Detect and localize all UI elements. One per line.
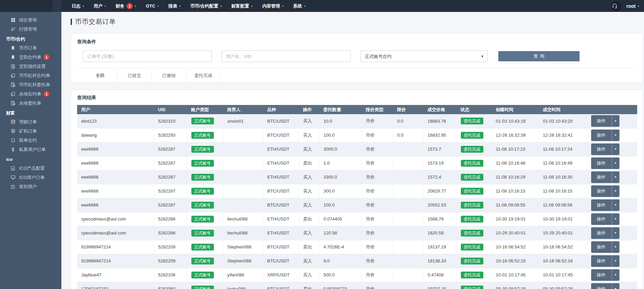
action-dropdown-button[interactable]: ▼: [612, 255, 619, 267]
username-uid-input[interactable]: [222, 50, 351, 62]
created-cell: 10-16 06:54:52: [492, 240, 539, 254]
dealt-cell: 10-16 06:52:16: [539, 254, 587, 268]
sidebar-item-ico-user-orders[interactable]: ICO用户订单: [0, 173, 61, 182]
nav-item-content-manage[interactable]: 内容管理▾: [258, 0, 289, 12]
grid-icon: [10, 17, 16, 23]
action-dropdown-button[interactable]: ▼: [612, 171, 619, 183]
sidebar-item-label: 币币订单: [19, 45, 37, 51]
sidebar-item-label: ICO产品配置: [19, 165, 45, 171]
nav-item-system[interactable]: 系统▾: [288, 0, 310, 12]
order-number-input[interactable]: [83, 50, 212, 62]
pair-cell: ETH/USDT: [263, 142, 299, 156]
action-dropdown-button[interactable]: ▼: [612, 185, 619, 197]
nav-item-otc[interactable]: OTC▾: [141, 0, 164, 12]
action-button[interactable]: 操作: [591, 130, 612, 141]
action-button[interactable]: 操作: [591, 227, 612, 239]
column-header-3: 推荐人: [223, 105, 263, 114]
sidebar-item-margin-entrust-orders[interactable]: 币币杠杆委托单: [0, 80, 61, 89]
action-split-button: 操作▼: [591, 213, 619, 225]
account-type-cell: 正式账号: [187, 142, 223, 156]
column-header-9: 成交价格: [423, 105, 456, 114]
sidebar-item-miner-orders[interactable]: 矿机订单: [0, 126, 61, 136]
status-cell: 委托完成: [456, 156, 492, 170]
sidebar-item-ico-product-config[interactable]: ICO产品配置: [0, 164, 61, 173]
copy-icon: [10, 91, 16, 97]
sidebar-item-coin-orders[interactable]: 币币订单: [0, 43, 61, 52]
action-button[interactable]: 操作: [591, 171, 612, 183]
navbar-menu: 日志▾用户▾财务1▾OTC▾报表▾币币/合约配置▾财富配置▾内容管理▾系统▾: [67, 0, 310, 12]
action-dropdown-button[interactable]: ▼: [612, 130, 619, 141]
action-dropdown-button[interactable]: ▼: [612, 283, 619, 289]
column-header-12: 成交时间: [539, 105, 587, 114]
referrer-cell: laohu088: [223, 282, 263, 289]
sidebar-item-label: 理财订单: [19, 119, 37, 125]
tab-completed[interactable]: 委托完成: [186, 69, 221, 82]
nav-item-reports[interactable]: 报表▾: [164, 0, 186, 12]
limit-price-cell: [393, 240, 423, 254]
navbar-right: root ▾: [611, 0, 644, 12]
nav-item-users[interactable]: 用户▾: [89, 0, 111, 12]
referrer-cell: [223, 184, 263, 198]
referrer-cell: yifan088: [223, 268, 263, 282]
nav-item-label: 报表: [169, 3, 177, 9]
sidebar-item-checkin-users[interactable]: 签到用户: [0, 182, 61, 191]
tab-all[interactable]: 全部: [83, 69, 117, 82]
nav-item-coin-contract-config[interactable]: 币币/合约配置▾: [186, 0, 226, 12]
sidebar-item-finance-orders[interactable]: 理财订单: [0, 117, 61, 126]
created-cell: 11-08 10:17:23: [492, 142, 539, 156]
action-button[interactable]: 操作: [591, 283, 612, 289]
created-cell: 12-26 16:32:39: [492, 128, 539, 142]
action-dropdown-button[interactable]: ▼: [612, 241, 619, 253]
headset-button[interactable]: [611, 1, 621, 11]
tab-submitted[interactable]: 已提交: [117, 69, 152, 82]
action-button[interactable]: 操作: [591, 185, 612, 197]
status-badge: 委托完成: [461, 118, 483, 124]
sidebar-item-delivery-contract-orders[interactable]: 交割合约单1: [0, 52, 61, 62]
sidebar-item-perpetual-contract-orders[interactable]: 永续合约单1: [0, 89, 61, 98]
search-button[interactable]: 查询: [498, 51, 580, 61]
limit-price-cell: [393, 226, 423, 240]
side-cell: 买入: [299, 268, 319, 282]
action-button[interactable]: 操作: [591, 143, 612, 155]
account-type-badge: 正式账号: [191, 244, 214, 250]
action-dropdown-button[interactable]: ▼: [612, 213, 619, 225]
amount-cell: 120.58: [319, 226, 362, 240]
page-title-text: 币币交易订单: [75, 17, 116, 26]
user-menu[interactable]: root ▾: [626, 3, 639, 9]
dealt-cell: 11-08 09:08:56: [539, 198, 587, 212]
status-badge: 委托完成: [461, 258, 483, 264]
sidebar-item-delivery-control-settings[interactable]: 交割场控设置: [0, 62, 61, 71]
nav-item-logs[interactable]: 日志▾: [67, 0, 89, 12]
sidebar-item-perpetual-entrust-orders[interactable]: 永续委托单: [0, 98, 61, 108]
action-dropdown-button[interactable]: ▼: [612, 143, 619, 155]
tab-cancelled[interactable]: 已撤销: [152, 69, 186, 82]
action-button[interactable]: 操作: [591, 241, 612, 253]
action-button[interactable]: 操作: [591, 269, 612, 281]
action-button[interactable]: 操作: [591, 115, 612, 127]
price-type-cell: 市价: [362, 282, 393, 289]
amount-cell: 3000.0: [319, 142, 362, 156]
action-dropdown-button[interactable]: ▼: [612, 199, 619, 211]
action-button[interactable]: 操作: [591, 255, 612, 267]
status-cell: 委托完成: [456, 198, 492, 212]
sidebar-item-copy-trade-contracts[interactable]: 跟单合约: [0, 136, 61, 145]
sidebar-item-margin-contract-orders[interactable]: 币币杠杆合约单: [0, 71, 61, 80]
nav-item-finance[interactable]: 财务1▾: [111, 0, 141, 12]
account-type-select[interactable]: 正式账号合约: [361, 50, 488, 62]
action-split-button: 操作▼: [591, 130, 619, 141]
action-dropdown-button[interactable]: ▼: [612, 269, 619, 281]
sidebar-item-summary-query[interactable]: 综合查询: [0, 15, 61, 25]
action-dropdown-button[interactable]: ▼: [612, 115, 619, 127]
action-dropdown-button[interactable]: ▼: [612, 157, 619, 169]
sidebar-item-private-fund-orders[interactable]: 私募用户订单: [0, 145, 61, 154]
sidebar-item-market-manage[interactable]: 行情管理: [0, 25, 61, 34]
action-cell: 操作▼: [587, 212, 637, 226]
action-dropdown-button[interactable]: ▼: [612, 227, 619, 239]
doc-edit-icon: [10, 166, 16, 171]
action-button[interactable]: 操作: [591, 199, 612, 211]
action-button[interactable]: 操作: [591, 213, 612, 225]
action-button[interactable]: 操作: [591, 157, 612, 169]
action-split-button: 操作▼: [591, 171, 619, 183]
nav-item-wealth-config[interactable]: 财富配置▾: [226, 0, 258, 12]
price-type-cell: 市价: [362, 254, 393, 268]
